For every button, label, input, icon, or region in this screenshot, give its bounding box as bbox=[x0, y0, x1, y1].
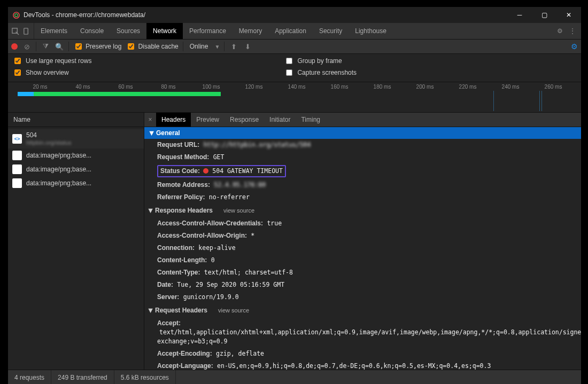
tab-security[interactable]: Security bbox=[313, 23, 349, 39]
detail-panel: × HeadersPreviewResponseInitiatorTiming … bbox=[144, 113, 581, 370]
detail-tab-timing[interactable]: Timing bbox=[296, 113, 326, 127]
waterfall-bar bbox=[18, 92, 221, 96]
header-row: Access-Control-Allow-Origin: * bbox=[144, 230, 581, 242]
transferred-size: 249 B transferred bbox=[51, 370, 114, 384]
ruler-tick: 140 ms bbox=[288, 84, 306, 90]
ruler-tick: 260 ms bbox=[545, 84, 562, 90]
section-header[interactable]: ▶Response Headersview source bbox=[144, 203, 581, 217]
close-detail-icon[interactable]: × bbox=[144, 116, 156, 123]
ruler-tick: 160 ms bbox=[331, 84, 349, 90]
section-header[interactable]: ▶Request Headersview source bbox=[144, 303, 581, 317]
request-name: data:image/png;base... bbox=[26, 179, 91, 187]
header-row: Request URL: http://httpbin.org/status/5… bbox=[144, 139, 581, 151]
detail-tab-initiator[interactable]: Initiator bbox=[264, 113, 296, 127]
ruler-tick: 180 ms bbox=[374, 84, 391, 90]
header-row: Connection: keep-alive bbox=[144, 242, 581, 254]
detail-tab-response[interactable]: Response bbox=[225, 113, 264, 127]
svg-point-0 bbox=[13, 12, 19, 18]
header-row: Content-Type: text/html; charset=utf-8 bbox=[144, 267, 581, 279]
ruler-tick: 120 ms bbox=[245, 84, 263, 90]
chevron-down-icon[interactable]: ▼ bbox=[214, 44, 220, 50]
search-icon[interactable]: 🔍 bbox=[55, 43, 64, 51]
throttling-select[interactable]: Online bbox=[188, 43, 211, 50]
header-row: Content-Length: 0 bbox=[144, 254, 581, 267]
ruler-tick: 80 ms bbox=[161, 84, 175, 90]
ruler-tick: 20 ms bbox=[33, 84, 47, 90]
ruler-tick: 220 ms bbox=[459, 84, 477, 90]
svg-rect-3 bbox=[24, 28, 28, 34]
request-subtext: httpbin.org/status bbox=[26, 139, 71, 146]
requests-count: 4 requests bbox=[8, 370, 51, 384]
network-options: Use large request rows Show overview Gro… bbox=[8, 54, 581, 82]
upload-icon[interactable]: ⬆ bbox=[229, 43, 238, 51]
header-row: Request Method: GET bbox=[144, 151, 581, 163]
header-row: Remote Address: 52.4.95.176:80 bbox=[144, 179, 581, 191]
titlebar: DevTools - chrome-error://chromewebdata/… bbox=[8, 7, 581, 23]
minimize-button[interactable]: ─ bbox=[507, 7, 532, 23]
header-row: Access-Control-Allow-Credentials: true bbox=[144, 217, 581, 230]
ruler-tick: 240 ms bbox=[502, 84, 520, 90]
close-button[interactable]: ✕ bbox=[556, 7, 581, 23]
detail-tab-preview[interactable]: Preview bbox=[191, 113, 225, 127]
request-name: data:image/png;base... bbox=[26, 152, 91, 159]
ruler-tick: 40 ms bbox=[75, 84, 90, 90]
header-row: Accept: text/html,application/xhtml+xml,… bbox=[144, 317, 581, 348]
tab-performance[interactable]: Performance bbox=[183, 23, 233, 39]
request-name: data:image/png;base... bbox=[26, 166, 91, 173]
clear-button[interactable]: ⊘ bbox=[22, 43, 32, 51]
panel-tabs: ElementsConsoleSourcesNetworkPerformance… bbox=[8, 23, 581, 40]
ruler-tick: 200 ms bbox=[416, 84, 434, 90]
svg-point-1 bbox=[15, 13, 18, 17]
detail-tab-headers[interactable]: Headers bbox=[156, 113, 191, 127]
tab-sources[interactable]: Sources bbox=[110, 23, 146, 39]
request-row[interactable]: data:image/png;base... bbox=[8, 176, 144, 190]
header-row: Accept-Language: en-US,en;q=0.9,hi;q=0.8… bbox=[144, 360, 581, 370]
header-row: Status Code: 504 GATEWAY TIMEOUT bbox=[144, 163, 581, 179]
name-column-header[interactable]: Name bbox=[8, 113, 144, 127]
header-row: Accept-Encoding: gzip, deflate bbox=[144, 348, 581, 360]
capture-screenshots-checkbox[interactable]: Capture screenshots bbox=[284, 68, 357, 77]
resources-size: 5.6 kB resources bbox=[114, 370, 176, 384]
request-row[interactable]: <>504httpbin.org/status bbox=[8, 129, 144, 148]
tab-console[interactable]: Console bbox=[74, 23, 110, 39]
download-icon[interactable]: ⬇ bbox=[243, 43, 252, 51]
timeline-overview[interactable]: 20 ms40 ms60 ms80 ms100 ms120 ms140 ms16… bbox=[8, 82, 581, 113]
tab-memory[interactable]: Memory bbox=[233, 23, 268, 39]
tab-elements[interactable]: Elements bbox=[34, 23, 74, 39]
tab-network[interactable]: Network bbox=[146, 23, 183, 39]
section-header[interactable]: ▶General bbox=[144, 127, 581, 139]
file-icon bbox=[12, 178, 22, 188]
status-dot-icon bbox=[203, 168, 208, 174]
ruler-tick: 100 ms bbox=[203, 84, 220, 90]
tab-application[interactable]: Application bbox=[268, 23, 313, 39]
request-row[interactable]: data:image/png;base... bbox=[8, 148, 144, 162]
disable-cache-checkbox[interactable]: Disable cache bbox=[126, 42, 178, 51]
inspect-icon[interactable] bbox=[11, 27, 19, 35]
devtools-logo-icon bbox=[12, 11, 20, 19]
header-row: Referrer Policy: no-referrer bbox=[144, 191, 581, 203]
device-icon[interactable] bbox=[22, 27, 30, 35]
file-icon bbox=[12, 151, 22, 160]
large-rows-checkbox[interactable]: Use large request rows bbox=[12, 56, 91, 66]
group-frame-checkbox[interactable]: Group by frame bbox=[284, 56, 357, 66]
network-toolbar: ⊘ ⧩ 🔍 Preserve log Disable cache Online … bbox=[8, 40, 581, 54]
view-source-link[interactable]: view source bbox=[218, 307, 249, 314]
requests-sidebar: Name <>504httpbin.org/statusdata:image/p… bbox=[8, 113, 144, 370]
network-settings-icon[interactable]: ⚙ bbox=[571, 42, 578, 51]
maximize-button[interactable]: ▢ bbox=[532, 7, 556, 23]
header-row: Server: gunicorn/19.9.0 bbox=[144, 291, 581, 303]
header-row: Date: Tue, 29 Sep 2020 05:16:59 GMT bbox=[144, 279, 581, 291]
tab-lighthouse[interactable]: Lighthouse bbox=[349, 23, 393, 39]
record-button[interactable] bbox=[11, 43, 18, 50]
settings-gear-icon[interactable]: ⚙ bbox=[557, 27, 563, 35]
window-title: DevTools - chrome-error://chromewebdata/ bbox=[24, 11, 145, 19]
filter-icon[interactable]: ⧩ bbox=[41, 42, 50, 51]
view-source-link[interactable]: view source bbox=[223, 207, 254, 214]
kebab-menu-icon[interactable]: ⋮ bbox=[569, 27, 576, 35]
show-overview-checkbox[interactable]: Show overview bbox=[12, 68, 91, 77]
status-footer: 4 requests 249 B transferred 5.6 kB reso… bbox=[8, 370, 581, 384]
request-row[interactable]: data:image/png;base... bbox=[8, 162, 144, 176]
preserve-log-checkbox[interactable]: Preserve log bbox=[73, 42, 121, 51]
file-icon bbox=[12, 164, 22, 174]
html-icon: <> bbox=[12, 134, 22, 144]
